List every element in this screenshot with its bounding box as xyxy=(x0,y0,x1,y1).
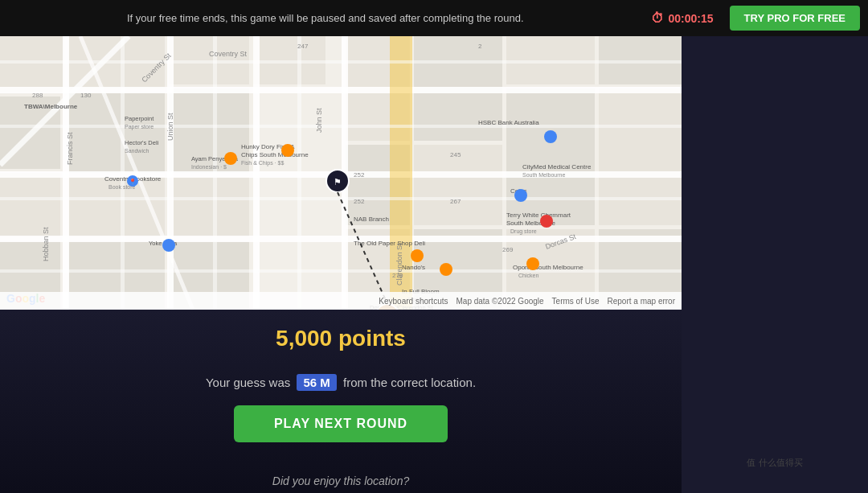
svg-rect-42 xyxy=(297,36,301,310)
svg-point-94 xyxy=(162,239,175,252)
keyboard-shortcuts[interactable]: Keyboard shortcuts xyxy=(379,297,448,306)
svg-text:John St: John St xyxy=(315,108,323,133)
svg-text:CityMed Medical Centre: CityMed Medical Centre xyxy=(522,163,592,170)
svg-text:2: 2 xyxy=(478,43,482,50)
svg-text:269: 269 xyxy=(502,246,514,253)
guess-text-before: Your guess was xyxy=(206,376,290,389)
map-footer: Keyboard shortcuts Map data ©2022 Google… xyxy=(0,292,682,310)
svg-rect-10 xyxy=(169,177,249,237)
svg-rect-29 xyxy=(63,36,69,310)
map-background: Coventry St Coventry St Francis St Union… xyxy=(0,36,682,310)
svg-point-89 xyxy=(440,263,452,276)
svg-text:Chicken: Chicken xyxy=(518,273,538,278)
svg-text:252: 252 xyxy=(354,198,365,205)
svg-text:245: 245 xyxy=(450,151,461,158)
svg-text:270: 270 xyxy=(392,272,403,279)
svg-rect-30 xyxy=(167,36,174,310)
svg-text:247: 247 xyxy=(297,43,309,50)
svg-text:Fish & Chips · $$: Fish & Chips · $$ xyxy=(241,160,284,166)
svg-point-86 xyxy=(224,152,237,165)
svg-text:Coventry St: Coventry St xyxy=(209,50,248,58)
svg-point-93 xyxy=(526,257,539,270)
svg-text:Sandwich: Sandwich xyxy=(125,148,149,154)
svg-text:The Old Paper Shop Deli: The Old Paper Shop Deli xyxy=(354,240,425,247)
svg-text:Hobban St: Hobban St xyxy=(42,227,50,261)
svg-rect-31 xyxy=(253,36,260,310)
timer-container: ⏱ 00:00:15 xyxy=(651,11,714,26)
timer-display: 00:00:15 xyxy=(669,12,714,25)
guess-text-after: from the correct location. xyxy=(343,376,476,389)
svg-point-87 xyxy=(281,144,294,157)
svg-text:267: 267 xyxy=(450,198,461,205)
svg-rect-40 xyxy=(121,36,125,310)
guess-distance: 56 M xyxy=(297,374,336,391)
svg-text:Indonesian · $: Indonesian · $ xyxy=(191,164,227,170)
svg-text:Nando's: Nando's xyxy=(402,264,425,271)
topbar-message: If your free time ends, this game will b… xyxy=(0,12,651,24)
map-svg: Coventry St Coventry St Francis St Union… xyxy=(0,36,682,310)
report-map-error[interactable]: Report a map error xyxy=(608,297,675,306)
results-panel: 5,000 points Your guess was 56 M from th… xyxy=(0,310,682,493)
svg-rect-20 xyxy=(506,88,595,225)
svg-text:Paper store: Paper store xyxy=(125,124,154,130)
svg-rect-36 xyxy=(0,60,682,64)
play-next-button[interactable]: PLAY NEXT ROUND xyxy=(234,405,448,442)
map-data: Map data ©2022 Google xyxy=(456,297,543,306)
points-display: 5,000 points xyxy=(276,326,406,351)
svg-point-88 xyxy=(411,249,424,262)
svg-rect-37 xyxy=(0,125,682,128)
svg-text:⚑: ⚑ xyxy=(334,177,342,187)
svg-text:Francis St: Francis St xyxy=(66,132,74,165)
svg-rect-8 xyxy=(0,173,60,237)
svg-text:Drug store: Drug store xyxy=(510,228,537,235)
svg-point-91 xyxy=(544,130,557,143)
svg-point-92 xyxy=(540,215,553,228)
svg-text:130: 130 xyxy=(80,92,92,99)
try-pro-button[interactable]: TRY PRO FOR FREE xyxy=(730,6,860,31)
svg-text:Chips South Melbourne: Chips South Melbourne xyxy=(241,151,309,158)
svg-text:TBWA\Melbourne: TBWA\Melbourne xyxy=(24,103,78,110)
svg-text:NAB Branch: NAB Branch xyxy=(354,216,389,223)
svg-text:📍: 📍 xyxy=(129,178,137,186)
svg-text:Terry White Chemmart: Terry White Chemmart xyxy=(506,212,571,219)
guess-info: Your guess was 56 M from the correct loc… xyxy=(206,376,476,389)
svg-text:South Melbourne: South Melbourne xyxy=(522,172,565,178)
svg-rect-21 xyxy=(599,88,682,225)
svg-text:Hector's Deli: Hector's Deli xyxy=(125,139,159,146)
svg-rect-41 xyxy=(213,36,217,310)
terms-of-use[interactable]: Terms of Use xyxy=(552,297,600,306)
svg-text:HSBC Bank Australia: HSBC Bank Australia xyxy=(478,119,539,126)
svg-rect-28 xyxy=(0,236,682,242)
svg-point-90 xyxy=(514,189,527,202)
svg-text:288: 288 xyxy=(32,92,43,99)
svg-text:Oporto South Melbourne: Oporto South Melbourne xyxy=(513,264,583,271)
svg-rect-1 xyxy=(0,36,64,92)
svg-text:Paperpoint: Paperpoint xyxy=(125,115,154,122)
svg-rect-6 xyxy=(68,92,165,173)
svg-text:252: 252 xyxy=(354,171,365,179)
enjoy-label: Did you enjoy this location? xyxy=(272,475,409,487)
topbar: If your free time ends, this game will b… xyxy=(0,0,868,36)
timer-icon: ⏱ xyxy=(651,11,664,26)
svg-text:Union St: Union St xyxy=(166,113,174,141)
map-area: Coventry St Coventry St Francis St Union… xyxy=(0,36,682,310)
watermark: 值 什么值得买 xyxy=(739,449,810,477)
right-panel: 值 什么值得买 xyxy=(682,36,868,493)
